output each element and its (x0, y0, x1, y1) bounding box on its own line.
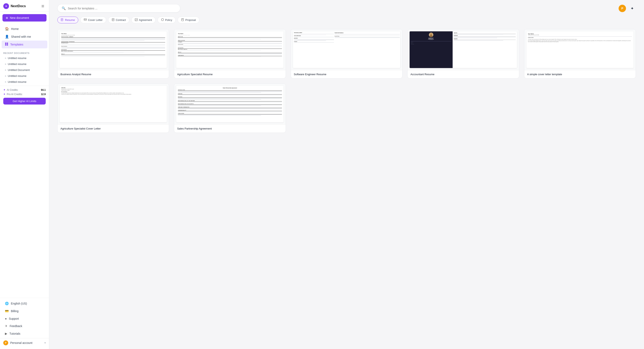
search-bar: 🔍 (57, 4, 180, 12)
nav-items: 🏠 Home 👤 Shared with me Templates (0, 23, 49, 50)
svg-rect-5 (5, 44, 6, 46)
template-name-4: A simple cover letter template (524, 70, 636, 78)
svg-rect-13 (135, 18, 138, 21)
filter-chip-policy[interactable]: Policy (158, 16, 176, 23)
recent-dot (5, 58, 6, 59)
templates-icon (5, 42, 8, 46)
recent-documents-section: Recent Documents Untitled resume Untitle… (0, 50, 49, 86)
doc-preview-1: Your Name youremail@example.com | 987-65… (176, 31, 284, 68)
svg-rect-15 (182, 19, 183, 19)
filter-chip-resume[interactable]: Resume (57, 16, 78, 23)
footer-item-feedback[interactable]: ✈ Feedback (2, 322, 47, 330)
template-name-5: Agriculture Specialist Cover Letter (58, 124, 169, 132)
recent-dot (5, 64, 6, 65)
account-item[interactable]: P Personal account ▾ (0, 338, 49, 347)
resume-chip-icon (61, 18, 64, 22)
footer-item-billing[interactable]: 💳 Billing (2, 308, 47, 315)
account-chevron-icon: ▾ (44, 342, 46, 344)
feedback-icon: ✈ (5, 324, 8, 328)
template-preview-3: BENTLEY CAMPBELL ACCOUNTANT CONTACT SKIL… (408, 29, 519, 70)
doc-preview-2: PROFESSIONAL SUMMARY CORE COMPETENCIES E… (293, 31, 400, 68)
cover-letter-chip-icon (84, 18, 87, 22)
app-name: NextDocs (11, 4, 26, 8)
template-preview-1: Your Name youremail@example.com | 987-65… (174, 29, 286, 70)
accountant-preview: BENTLEY CAMPBELL ACCOUNTANT CONTACT SKIL… (410, 31, 517, 68)
recent-item-2[interactable]: Untitled Document (3, 67, 46, 73)
template-name-3: Accountant Resume (408, 70, 519, 78)
svg-rect-6 (7, 44, 8, 46)
sidebar-header: ✦ NextDocs (0, 0, 49, 12)
template-preview-5: John Doe johndoe@example.com | 555-321-4… (58, 84, 169, 124)
template-name-6: Sales Partnership Agreement (174, 124, 286, 132)
recent-item-3[interactable]: Untitled resume (3, 73, 46, 79)
new-document-button[interactable]: ⊕ New document (2, 14, 46, 22)
policy-chip-icon (161, 18, 164, 22)
main-content: 🔍 P ✦ Resume Cover Letter Contract (49, 0, 644, 349)
pro-credit-value: 12.9 (41, 93, 46, 96)
support-icon: ● (5, 317, 7, 320)
svg-rect-8 (62, 19, 62, 19)
ai-credits-row: ✦ AI Credits: 94.1 (3, 88, 46, 92)
svg-rect-11 (84, 19, 86, 20)
recent-dot (5, 76, 6, 77)
recent-item-1[interactable]: Untitled resume (3, 61, 46, 67)
sidebar-item-templates[interactable]: Templates (2, 40, 47, 48)
template-card-agriculture[interactable]: Your Name youremail@example.com | 987-65… (174, 29, 286, 78)
doc-preview-6: Sales Partnership Agreement Introduction… (176, 86, 284, 122)
shared-icon: 👤 (5, 35, 9, 38)
svg-rect-2 (42, 7, 44, 8)
template-preview-0: Your Name Junior Business Analyst | New … (58, 29, 169, 70)
recent-item-4[interactable]: Untitled resume (3, 79, 46, 85)
get-higher-limits-button[interactable]: Get Higher AI Limits (3, 98, 46, 104)
billing-icon: 💳 (5, 309, 9, 313)
footer-item-tutorials[interactable]: ▶ Tutorials (2, 330, 47, 337)
template-card-sales-agreement[interactable]: Sales Partnership Agreement Introduction… (174, 84, 286, 133)
user-avatar[interactable]: P (618, 5, 626, 12)
svg-rect-9 (62, 20, 62, 20)
recent-dot (5, 70, 6, 71)
plus-icon: ⊕ (6, 16, 8, 20)
filter-chip-cover-letter[interactable]: Cover Letter (80, 16, 106, 23)
cover-letter-preview-2: John Doe johndoe@example.com | 555-321-4… (60, 86, 167, 122)
filter-chip-agreement[interactable]: Agreement (131, 16, 156, 23)
sidebar-footer: 🌐 English (US) 💳 Billing ● Support ✈ Fee… (0, 298, 49, 349)
template-preview-4: Your Name 799 Random Blvd, New City, NJ,… (524, 29, 636, 70)
credits-section: ✦ AI Credits: 94.1 ✦ Pro AI Credits: 12.… (0, 86, 49, 107)
top-bar: 🔍 P ✦ (57, 4, 636, 12)
sidebar-item-home[interactable]: 🏠 Home (2, 25, 47, 32)
recent-item-0[interactable]: Untitled resume (3, 55, 46, 61)
ai-credit-value: 94.1 (41, 88, 46, 92)
svg-rect-1 (42, 6, 44, 6)
filter-chip-contract[interactable]: Contract (108, 16, 129, 23)
template-card-cover-letter[interactable]: Your Name 799 Random Blvd, New City, NJ,… (524, 29, 636, 78)
template-card-business-analyst[interactable]: Your Name Junior Business Analyst | New … (57, 29, 169, 78)
language-icon: 🌐 (5, 302, 9, 305)
footer-item-language[interactable]: 🌐 English (US) (2, 300, 47, 307)
filter-chips: Resume Cover Letter Contract Agreement P… (57, 16, 636, 23)
svg-rect-3 (5, 43, 6, 44)
sidebar-item-shared[interactable]: 👤 Shared with me (2, 33, 47, 40)
top-right-actions: P ✦ (618, 5, 636, 12)
search-input[interactable] (68, 7, 176, 10)
filter-chip-proposal[interactable]: Proposal (178, 16, 199, 23)
logo-area: ✦ NextDocs (3, 3, 26, 9)
svg-point-18 (430, 35, 432, 37)
contract-chip-icon (112, 18, 114, 22)
logo-icon: ✦ (3, 3, 9, 9)
home-icon: 🏠 (5, 27, 9, 31)
template-card-software-engineer[interactable]: PROFESSIONAL SUMMARY CORE COMPETENCIES E… (291, 29, 402, 78)
recent-dot (5, 81, 6, 82)
doc-preview-0: Your Name Junior Business Analyst | New … (60, 31, 167, 68)
template-name-1: Agriculture Specialist Resume (174, 70, 286, 78)
sidebar-toggle-button[interactable] (40, 3, 46, 9)
templates-grid: Your Name Junior Business Analyst | New … (57, 29, 636, 133)
ai-credit-icon: ✦ (3, 88, 6, 92)
template-card-accountant[interactable]: BENTLEY CAMPBELL ACCOUNTANT CONTACT SKIL… (407, 29, 519, 78)
sparkle-button[interactable]: ✦ (628, 5, 636, 12)
template-name-0: Business Analyst Resume (58, 70, 169, 78)
template-preview-6: Sales Partnership Agreement Introduction… (174, 84, 286, 124)
template-name-2: Software Engineer Resume (291, 70, 402, 78)
template-card-agriculture-cover[interactable]: John Doe johndoe@example.com | 555-321-4… (57, 84, 169, 133)
template-preview-2: PROFESSIONAL SUMMARY CORE COMPETENCIES E… (291, 29, 402, 70)
footer-item-support[interactable]: ● Support (2, 315, 47, 322)
